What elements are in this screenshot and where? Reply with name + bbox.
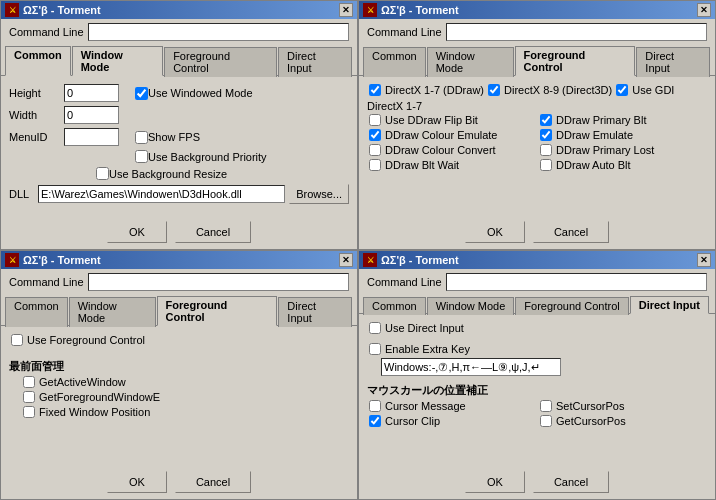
use-windowed-checkbox[interactable] [135, 87, 148, 100]
use-di-row: Use Direct Input [367, 322, 707, 334]
tab-fg-4[interactable]: Foreground Control [515, 297, 628, 315]
dll-input[interactable] [38, 185, 285, 203]
ok-btn-2[interactable]: OK [465, 221, 525, 243]
primary-lost-checkbox[interactable] [540, 144, 552, 156]
get-active-checkbox[interactable] [23, 376, 35, 388]
tab-di-1[interactable]: Direct Input [278, 47, 352, 77]
dx17-checkbox[interactable] [369, 84, 381, 96]
fixed-window-checkbox[interactable] [23, 406, 35, 418]
cancel-btn-4[interactable]: Cancel [533, 471, 609, 493]
fixed-window-label: Fixed Window Position [39, 406, 150, 418]
dx-right-col: DDraw Primary Blt DDraw Emulate DDraw Pr… [538, 114, 707, 174]
tab-common-4[interactable]: Common [363, 297, 426, 315]
titlebar-2: ⚔ ΩΣ'β - Torment ✕ [359, 1, 715, 19]
cancel-btn-1[interactable]: Cancel [175, 221, 251, 243]
height-input[interactable] [64, 84, 119, 102]
tab-fg-1[interactable]: Foreground Control [164, 47, 277, 77]
tab-di-2[interactable]: Direct Input [636, 47, 710, 77]
app-icon-3: ⚔ [5, 253, 19, 267]
cmd-label-1: Command Line [9, 26, 84, 38]
tab-windowmode-2[interactable]: Window Mode [427, 47, 514, 77]
cmd-input-3[interactable] [88, 273, 349, 291]
menuid-input[interactable] [64, 128, 119, 146]
colour-emulate-checkbox[interactable] [369, 129, 381, 141]
dx17-section-label: DirectX 1-7 [367, 100, 707, 112]
tab-windowmode-3[interactable]: Window Mode [69, 297, 156, 327]
cmd-input-1[interactable] [88, 23, 349, 41]
tab-common-2[interactable]: Common [363, 47, 426, 77]
cmd-input-2[interactable] [446, 23, 707, 41]
titlebar-1: ⚔ ΩΣ'β - Torment ✕ [1, 1, 357, 19]
cursor-left-col: Cursor Message Cursor Clip [367, 400, 536, 430]
extra-key-input[interactable] [381, 358, 561, 376]
close-btn-3[interactable]: ✕ [339, 253, 353, 267]
set-cursor-label: SetCursorPos [556, 400, 624, 412]
cmd-input-4[interactable] [446, 273, 707, 291]
colour-convert-checkbox[interactable] [369, 144, 381, 156]
set-cursor-checkbox[interactable] [540, 400, 552, 412]
dx89-checkbox[interactable] [488, 84, 500, 96]
get-active-label: GetActiveWindow [39, 376, 126, 388]
use-fg-checkbox[interactable] [11, 334, 23, 346]
bg-resize-checkbox[interactable] [96, 167, 109, 180]
close-btn-1[interactable]: ✕ [339, 3, 353, 17]
auto-blt-row: DDraw Auto Blt [538, 159, 707, 171]
primary-blt-checkbox[interactable] [540, 114, 552, 126]
title-3: ΩΣ'β - Torment [23, 254, 339, 266]
tab-windowmode-4[interactable]: Window Mode [427, 297, 515, 315]
tab-di-4[interactable]: Direct Input [630, 296, 709, 314]
cursor-msg-label: Cursor Message [385, 400, 466, 412]
auto-blt-checkbox[interactable] [540, 159, 552, 171]
close-btn-4[interactable]: ✕ [697, 253, 711, 267]
tab-common-3[interactable]: Common [5, 297, 68, 327]
window-3: ⚔ ΩΣ'β - Torment ✕ Command Line Common W… [0, 250, 358, 500]
get-fg-window-checkbox[interactable] [23, 391, 35, 403]
tab-fg-3[interactable]: Foreground Control [157, 296, 278, 326]
tab-di-3[interactable]: Direct Input [278, 297, 352, 327]
cmd-row-1: Command Line [1, 19, 357, 45]
extra-key-label: Enable Extra Key [385, 343, 470, 355]
extra-key-checkbox[interactable] [369, 343, 381, 355]
width-input[interactable] [64, 106, 119, 124]
cursor-clip-checkbox[interactable] [369, 415, 381, 427]
primary-lost-row: DDraw Primary Lost [538, 144, 707, 156]
cancel-btn-2[interactable]: Cancel [533, 221, 609, 243]
browse-button[interactable]: Browse... [289, 184, 349, 204]
get-fg-window-row: GetForegroundWindowE [21, 391, 349, 403]
window-4: ⚔ ΩΣ'β - Torment ✕ Command Line Common W… [358, 250, 716, 500]
cmd-row-2: Command Line [359, 19, 715, 45]
titlebar-3: ⚔ ΩΣ'β - Torment ✕ [1, 251, 357, 269]
ok-btn-1[interactable]: OK [107, 221, 167, 243]
cancel-btn-3[interactable]: Cancel [175, 471, 251, 493]
dx-options-grid: Use DDraw Flip Bit DDraw Colour Emulate … [367, 114, 707, 174]
titlebar-4: ⚔ ΩΣ'β - Torment ✕ [359, 251, 715, 269]
cursor-options-grid: Cursor Message Cursor Clip SetCursorPos … [367, 400, 707, 430]
tab-windowmode-1[interactable]: Window Mode [72, 46, 163, 76]
primary-lost-label: DDraw Primary Lost [556, 144, 654, 156]
bg-priority-checkbox[interactable] [135, 150, 148, 163]
get-cursor-label: GetCursorPos [556, 415, 626, 427]
tabs-3: Common Window Mode Foreground Control Di… [1, 295, 357, 326]
tab-common-1[interactable]: Common [5, 46, 71, 76]
ok-btn-3[interactable]: OK [107, 471, 167, 493]
use-gdi-checkbox[interactable] [616, 84, 628, 96]
cmd-row-3: Command Line [1, 269, 357, 295]
use-gdi-label: Use GDI [632, 84, 674, 96]
cursor-msg-checkbox[interactable] [369, 400, 381, 412]
ok-btn-4[interactable]: OK [465, 471, 525, 493]
show-fps-checkbox[interactable] [135, 131, 148, 144]
height-row: Height Use Windowed Mode [9, 84, 349, 102]
blt-wait-checkbox[interactable] [369, 159, 381, 171]
ddraw-emulate-checkbox[interactable] [540, 129, 552, 141]
flip-bit-checkbox[interactable] [369, 114, 381, 126]
width-label: Width [9, 109, 64, 121]
bg-priority-label: Use Background Priority [148, 151, 267, 163]
get-cursor-checkbox[interactable] [540, 415, 552, 427]
close-btn-2[interactable]: ✕ [697, 3, 711, 17]
tab-fg-2[interactable]: Foreground Control [515, 46, 636, 76]
tabs-2: Common Window Mode Foreground Control Di… [359, 45, 715, 76]
title-2: ΩΣ'β - Torment [381, 4, 697, 16]
colour-convert-label: DDraw Colour Convert [385, 144, 496, 156]
use-di-checkbox[interactable] [369, 322, 381, 334]
title-4: ΩΣ'β - Torment [381, 254, 697, 266]
